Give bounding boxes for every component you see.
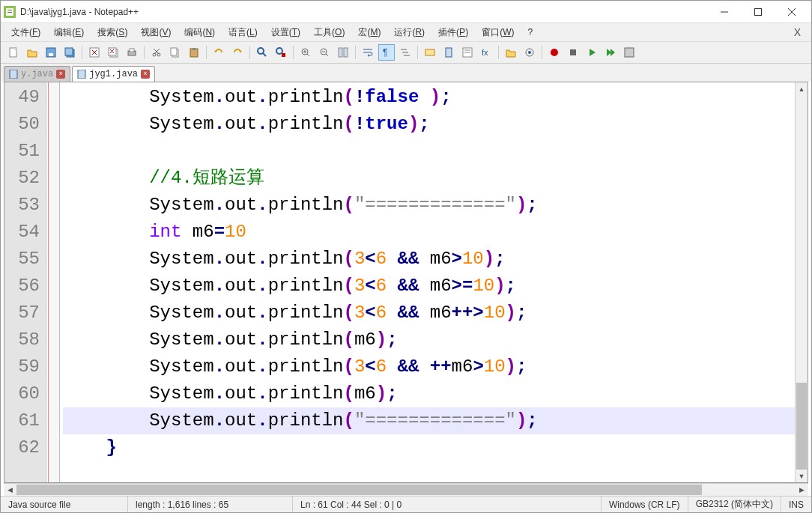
code-line-60[interactable]: System.out.println(m6); [63, 380, 795, 407]
wordwrap-icon[interactable] [360, 44, 376, 61]
tab-label: y.java [21, 69, 53, 79]
code-line-62[interactable]: } [63, 434, 795, 461]
tab-jyg1.java[interactable]: jyg1.java× [72, 66, 155, 82]
svg-rect-5 [754, 8, 761, 15]
window-title: D:\java\jyg1.java - Notepad++ [20, 7, 707, 17]
menu-9[interactable]: 运行(R) [388, 24, 431, 41]
zoom-in-icon[interactable] [297, 44, 314, 61]
line-number: 52 [7, 165, 40, 192]
line-number: 57 [7, 300, 40, 327]
menu-12[interactable]: ? [521, 25, 539, 40]
code-line-59[interactable]: System.out.println(3<6 && ++m6>10); [63, 353, 795, 380]
menu-2[interactable]: 搜索(S) [91, 24, 133, 41]
code-line-56[interactable]: System.out.println(3<6 && m6>=10); [63, 273, 795, 300]
redo-icon[interactable] [229, 44, 246, 61]
scroll-left-icon[interactable]: ◀ [4, 484, 16, 496]
indent-guide-icon[interactable] [397, 44, 413, 61]
doc-list-icon[interactable] [459, 44, 476, 61]
menubar-close-icon[interactable]: X [788, 26, 807, 38]
copy-icon[interactable] [167, 44, 184, 61]
svg-line-38 [307, 54, 309, 56]
vertical-scrollbar[interactable]: ▲ ▼ [795, 82, 808, 482]
play-macro-icon[interactable] [584, 44, 600, 61]
code-line-55[interactable]: System.out.println(3<6 && m6>10); [63, 246, 795, 273]
udl-icon[interactable] [422, 44, 438, 61]
code-line-53[interactable]: System.out.println("============="); [63, 192, 795, 219]
menu-4[interactable]: 编码(N) [178, 24, 221, 41]
code-line-57[interactable]: System.out.println(3<6 && m6++>10); [63, 300, 795, 327]
menu-8[interactable]: 宏(M) [352, 24, 387, 41]
scroll-right-icon[interactable]: ▶ [796, 484, 808, 496]
code-line-58[interactable]: System.out.println(m6); [63, 327, 795, 353]
svg-rect-49 [425, 49, 434, 55]
play-multi-icon[interactable] [602, 44, 619, 61]
tab-close-icon[interactable]: × [56, 70, 65, 79]
maximize-button[interactable] [741, 1, 775, 22]
func-list-icon[interactable]: fx [478, 44, 494, 61]
menu-7[interactable]: 工具(O) [308, 24, 351, 41]
hscroll-thumb[interactable] [16, 485, 702, 495]
line-number: 62 [7, 434, 40, 461]
code-line-49[interactable]: System.out.println(!false ); [63, 84, 795, 111]
sync-vscroll-icon[interactable] [335, 44, 351, 61]
minimize-button[interactable] [707, 1, 741, 22]
editor: 4950515253545556575859606162 System.out.… [4, 82, 808, 483]
new-file-icon[interactable] [5, 44, 22, 61]
folder-icon[interactable] [503, 44, 519, 61]
undo-icon[interactable] [210, 44, 227, 61]
code-line-50[interactable]: System.out.println(!true); [63, 111, 795, 138]
app-icon [4, 6, 16, 18]
tab-y.java[interactable]: y.java× [4, 66, 70, 82]
cut-icon[interactable] [148, 44, 165, 61]
svg-rect-59 [625, 48, 634, 57]
tabbar: y.java×jyg1.java× [1, 64, 811, 82]
menu-11[interactable]: 窗口(W) [476, 24, 520, 41]
code-area[interactable]: System.out.println(!false ); System.out.… [60, 82, 795, 482]
find-icon[interactable] [254, 44, 270, 61]
file-icon [9, 70, 18, 79]
save-icon[interactable] [43, 44, 59, 61]
code-line-52[interactable]: //4.短路运算 [63, 165, 795, 192]
file-icon [77, 70, 86, 79]
monitor-icon[interactable] [521, 44, 538, 61]
menu-3[interactable]: 视图(V) [135, 24, 177, 41]
horizontal-scrollbar[interactable]: ◀ ▶ [4, 483, 808, 496]
line-number: 60 [7, 380, 40, 407]
svg-line-41 [326, 54, 328, 56]
close-button[interactable] [775, 1, 808, 22]
menu-6[interactable]: 设置(T) [265, 24, 306, 41]
code-line-61[interactable]: System.out.println("============="); [63, 407, 795, 434]
menu-1[interactable]: 编辑(E) [48, 24, 90, 41]
paste-icon[interactable] [186, 44, 202, 61]
code-line-51[interactable] [63, 138, 795, 165]
tab-close-icon[interactable]: × [141, 70, 150, 79]
svg-rect-9 [14, 48, 16, 50]
menu-5[interactable]: 语言(L) [222, 24, 264, 41]
scroll-up-icon[interactable]: ▲ [796, 82, 808, 95]
line-number: 54 [7, 219, 40, 246]
show-all-chars-icon[interactable]: ¶ [378, 44, 395, 61]
stop-macro-icon[interactable] [565, 44, 581, 61]
replace-icon[interactable] [273, 44, 289, 61]
scroll-down-icon[interactable]: ▼ [796, 470, 808, 482]
menubar: 文件(F)编辑(E)搜索(S)视图(V)编码(N)语言(L)设置(T)工具(O)… [1, 23, 811, 41]
save-all-icon[interactable] [61, 44, 78, 61]
menu-0[interactable]: 文件(F) [5, 24, 46, 41]
line-number: 49 [7, 84, 40, 111]
svg-rect-3 [7, 12, 12, 13]
doc-map-icon[interactable] [440, 44, 457, 61]
svg-text:fx: fx [482, 48, 488, 57]
record-macro-icon[interactable] [546, 44, 563, 61]
code-line-54[interactable]: int m6=10 [63, 219, 795, 246]
open-file-icon[interactable] [24, 44, 40, 61]
zoom-out-icon[interactable] [316, 44, 333, 61]
save-macro-icon[interactable] [621, 44, 637, 61]
close-file-icon[interactable] [86, 44, 103, 61]
svg-rect-42 [339, 48, 342, 57]
svg-rect-28 [171, 48, 177, 55]
vscroll-thumb[interactable] [796, 383, 807, 470]
close-all-icon[interactable] [105, 44, 121, 61]
status-encoding: GB2312 (简体中文) [688, 497, 781, 512]
print-icon[interactable] [124, 44, 140, 61]
menu-10[interactable]: 插件(P) [432, 24, 474, 41]
